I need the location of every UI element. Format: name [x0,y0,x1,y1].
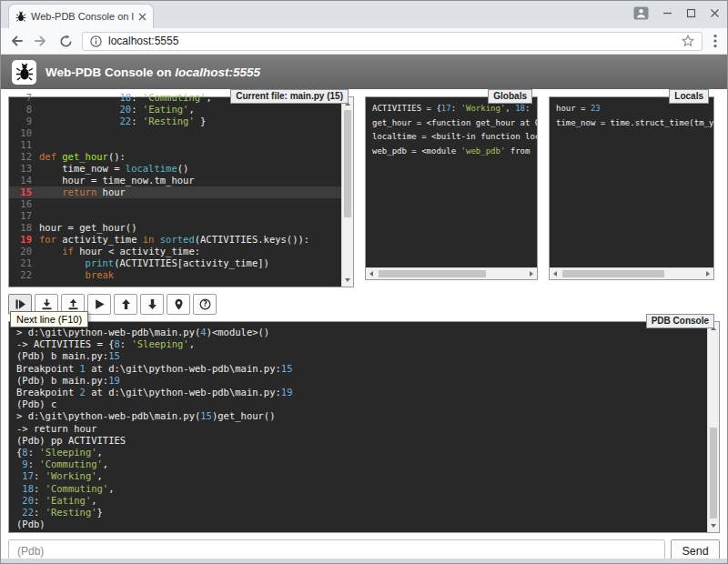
token: 'Eating' [143,104,189,115]
browser-window: Web-PDB Console on lo [0,0,728,564]
profile-icon[interactable] [633,6,649,20]
globals-horizontal-scrollbar[interactable] [366,267,537,279]
token: 20 [22,495,34,506]
breakpoint-line-number[interactable]: 15 [9,186,39,198]
code-line: 16 [9,198,341,210]
window-bottom-edge [1,559,727,563]
scroll-right-icon[interactable] [530,271,533,277]
scroll-down-icon[interactable] [345,278,350,282]
token: get_hour [62,151,108,162]
token: 22 [22,507,34,518]
token: break [86,269,115,280]
code-line: 8 20: 'Eating', [9,104,341,116]
code-text: break [39,269,114,281]
scrollbar-thumb[interactable] [344,110,351,217]
browser-menu-icon[interactable] [711,34,720,48]
text-line: ACTIVITIES = {17: 'Working', 18: 'Commut… [372,102,531,116]
current-file-panel: Current file: main.py (15) 7 18: 'Commut… [8,96,354,287]
code-text: hour = get_hour() [39,222,136,234]
token: localtime = <built-in function localtime… [372,132,537,141]
token: 19 [108,375,120,386]
globals-panel: Globals ACTIVITIES = {17: 'Working', 18:… [365,96,538,280]
line-number[interactable]: 21 [9,257,39,269]
where-button[interactable] [167,294,190,315]
up-icon [120,298,132,310]
token: 18 [515,104,525,113]
token: 'Resting' [143,116,195,126]
token: (Pdb) b main.py: [16,350,108,361]
step-into-icon [41,298,53,310]
token: () [177,163,189,174]
help-button[interactable]: ? [193,294,217,315]
token: , [505,104,515,113]
down-button[interactable] [140,294,164,315]
line-number[interactable]: 18 [9,222,39,234]
line-number[interactable]: 10 [9,127,39,139]
token: Breakpoint [16,387,80,398]
code-text: for activity_time in sorted(ACTIVITIES.k… [39,234,309,246]
breakpoint-line-number[interactable]: 19 [9,234,39,246]
token: : [34,507,46,518]
maximize-button[interactable] [686,8,696,18]
scrollbar-thumb[interactable] [710,428,717,519]
token: (): [108,151,126,162]
line-number[interactable]: 14 [9,175,39,186]
line-number[interactable]: 8 [9,104,39,116]
line-number[interactable]: 11 [9,139,39,151]
continue-button[interactable] [87,294,111,315]
line-number[interactable]: 9 [9,116,39,127]
info-icon[interactable] [90,35,102,47]
line-number[interactable]: 16 [9,198,39,210]
line-number[interactable]: 17 [9,210,39,222]
close-button[interactable] [710,8,720,18]
tab-close-icon[interactable] [138,13,147,21]
code-text: if hour < activity_time: [39,246,200,257]
code-vertical-scrollbar[interactable] [341,97,353,287]
token: in [143,234,155,245]
token: (ACTIVITIES.keys()): [195,234,309,245]
up-button[interactable] [114,294,137,315]
text-line: time_now = time.struct_time(tm_year=2017… [556,116,707,131]
line-number[interactable]: 12 [9,151,39,163]
scroll-down-icon[interactable] [711,524,716,528]
token: , [97,470,103,481]
scrollbar-thumb[interactable] [379,270,486,277]
locals-horizontal-scrollbar[interactable] [550,267,713,279]
browser-tab[interactable]: Web-PDB Console on lo [8,4,154,28]
scroll-left-icon[interactable] [369,271,373,277]
text-line: > d:\git\python-web-pdb\main.py(15)get_h… [16,410,700,422]
line-number[interactable]: 7 [9,92,39,104]
locals-lines: hour = 23time_now = time.struct_time(tm_… [550,97,713,267]
address-bar[interactable]: localhost:5555 [82,32,703,51]
token: (Pdb) b main.py: [16,375,108,386]
text-line: (Pdb) b main.py:15 [16,350,700,362]
url-text[interactable]: localhost:5555 [108,35,675,47]
forward-icon[interactable] [33,34,49,48]
token: 'Resting' [46,507,97,518]
scroll-right-icon[interactable] [706,271,710,277]
code-line: 15 return hour [9,186,341,198]
token: return [62,186,96,197]
text-line: -> return hour [16,423,700,435]
token [39,246,62,257]
token: 'Eating' [46,495,92,506]
token: > d:\git\python-web-pdb\main.py( [16,410,200,421]
reload-icon[interactable] [57,35,74,48]
token: (ACTIVITIES[activity_time]) [114,257,269,268]
back-icon[interactable] [8,34,25,48]
token: : [34,470,46,481]
token: 15 [281,363,293,374]
bookmark-star-icon[interactable] [682,35,694,47]
scroll-left-icon[interactable] [553,271,557,277]
minimize-button[interactable] [662,8,672,18]
scrollbar-thumb[interactable] [562,270,664,277]
locals-label: Locals [669,89,709,104]
tab-favicon-bug-icon [15,11,26,22]
line-number[interactable]: 13 [9,163,39,175]
console-vertical-scrollbar[interactable] [707,322,719,532]
line-number[interactable]: 22 [9,269,39,281]
line-number[interactable]: 20 [9,246,39,257]
code-text: return hour [39,186,126,198]
token: )<module>() [207,327,270,337]
token: 'Commuting' [143,92,207,103]
